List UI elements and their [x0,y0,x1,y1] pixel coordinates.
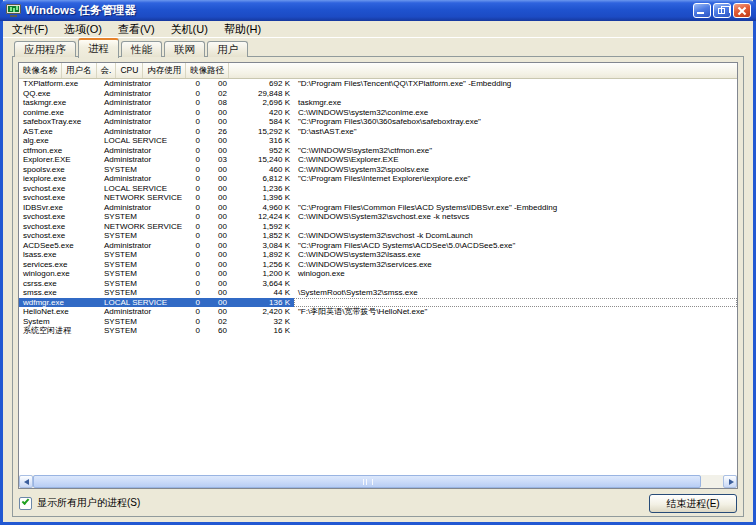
cell-user-name: Administrator [100,307,183,317]
cell-image-name: lsass.exe [19,250,100,260]
column-header[interactable]: 内存使用 [143,63,186,78]
cell-memory: 952 K [231,146,294,156]
menu-item[interactable]: 查看(V) [110,21,163,38]
cell-image-name: IDBSvr.exe [19,203,100,213]
cell-session-id: 0 [183,250,204,260]
cell-session-id: 0 [183,89,204,99]
cell-user-name: Administrator [100,203,183,213]
show-all-users-checkbox[interactable] [19,497,32,510]
menu-item[interactable]: 关机(U) [163,21,216,38]
table-row[interactable]: TXPlatform.exe Administrator 0 00 692 K … [19,79,737,89]
cell-memory: 420 K [231,108,294,118]
cell-image-name: ctfmon.exe [19,146,100,156]
table-row[interactable]: smss.exe SYSTEM 0 00 44 K \SystemRoot\Sy… [19,288,737,298]
cell-image-path: C:\WINDOWS\system32\conime.exe [294,108,737,118]
cell-image-name: svchost.exe [19,231,100,241]
cell-image-path: "C:\Program Files\Common Files\ACD Syste… [294,203,737,213]
table-row[interactable]: spoolsv.exe SYSTEM 0 00 460 K C:\WINDOWS… [19,165,737,175]
column-header[interactable]: 映像名称 [19,63,62,78]
table-row[interactable]: svchost.exe SYSTEM 0 00 1,852 K C:\WINDO… [19,231,737,241]
column-header[interactable]: 映像路径 [186,63,229,78]
column-header[interactable]: 会. [97,63,117,78]
table-row[interactable]: 系统空闲进程 SYSTEM 0 60 16 K [19,326,737,336]
table-row[interactable]: QQ.exe Administrator 0 02 29,848 K [19,89,737,99]
cell-image-path [294,326,737,336]
cell-image-name: Explorer.EXE [19,155,100,165]
column-header[interactable]: 用户名 [62,63,97,78]
cell-session-id: 0 [183,184,204,194]
cell-image-name: ACDSee5.exe [19,241,100,251]
menu-item[interactable]: 帮助(H) [216,21,269,38]
table-row[interactable]: winlogon.exe SYSTEM 0 00 1,200 K winlogo… [19,269,737,279]
table-row[interactable]: svchost.exe SYSTEM 0 00 12,424 K C:\WIND… [19,212,737,222]
cell-cpu: 00 [204,212,231,222]
table-row[interactable]: taskmgr.exe Administrator 0 08 2,696 K t… [19,98,737,108]
cell-session-id: 0 [183,317,204,327]
titlebar[interactable]: Windows 任务管理器 [0,0,756,21]
column-header[interactable]: CPU [116,63,143,78]
table-row[interactable]: ACDSee5.exe Administrator 0 00 3,084 K "… [19,241,737,251]
cell-memory: 2,696 K [231,98,294,108]
cell-image-name: TXPlatform.exe [19,79,100,89]
cell-user-name: Administrator [100,241,183,251]
cell-image-path: C:\WINDOWS\System32\svchost.exe -k netsv… [294,212,737,222]
menu-item[interactable]: 文件(F) [4,21,56,38]
restore-button[interactable] [713,3,731,18]
cell-cpu: 00 [204,203,231,213]
table-row[interactable]: svchost.exe LOCAL SERVICE 0 00 1,236 K [19,184,737,194]
table-row[interactable]: conime.exe Administrator 0 00 420 K C:\W… [19,108,737,118]
cell-session-id: 0 [183,307,204,317]
cell-image-name: alg.exe [19,136,100,146]
table-row[interactable]: svchost.exe NETWORK SERVICE 0 00 1,396 K [19,193,737,203]
cell-cpu: 08 [204,98,231,108]
scroll-left-button[interactable] [19,475,33,488]
table-row[interactable]: wdfmgr.exe LOCAL SERVICE 0 00 136 K [19,298,737,308]
cell-memory: 29,848 K [231,89,294,99]
table-row[interactable]: AST.exe Administrator 0 26 15,292 K "D:\… [19,127,737,137]
cell-image-path: C:\WINDOWS\system32\services.exe [294,260,737,270]
table-row[interactable]: svchost.exe NETWORK SERVICE 0 00 1,592 K [19,222,737,232]
close-button[interactable] [733,3,751,18]
tab[interactable]: 应用程序 [14,41,76,57]
table-row[interactable]: csrss.exe SYSTEM 0 00 3,664 K [19,279,737,289]
scrollbar-thumb[interactable] [33,475,701,488]
cell-session-id: 0 [183,108,204,118]
table-row[interactable]: ctfmon.exe Administrator 0 00 952 K "C:\… [19,146,737,156]
cell-image-path: "C:\Program Files\ACD Systems\ACDSee\5.0… [294,241,737,251]
menu-item[interactable]: 选项(O) [56,21,110,38]
cell-image-path: C:\WINDOWS\system32\spoolsv.exe [294,165,737,175]
horizontal-scrollbar[interactable] [19,475,737,488]
cell-memory: 460 K [231,165,294,175]
minimize-button[interactable] [693,3,711,18]
cell-cpu: 00 [204,193,231,203]
table-row[interactable]: lsass.exe SYSTEM 0 00 1,892 K C:\WINDOWS… [19,250,737,260]
table-row[interactable]: iexplore.exe Administrator 0 00 6,812 K … [19,174,737,184]
tab[interactable]: 性能 [121,41,162,57]
cell-user-name: SYSTEM [100,326,183,336]
tab[interactable]: 进程 [78,38,119,58]
cell-cpu: 00 [204,298,231,308]
cell-user-name: Administrator [100,155,183,165]
process-list-body: TXPlatform.exe Administrator 0 00 692 K … [19,79,737,475]
cell-image-path [294,317,737,327]
left-arrow-icon [24,479,29,485]
cell-image-path: "C:\Program Files\Internet Explorer\iexp… [294,174,737,184]
cell-session-id: 0 [183,155,204,165]
cell-image-name: 系统空闲进程 [19,326,100,336]
tab[interactable]: 联网 [164,41,205,57]
tab[interactable]: 用户 [207,41,248,57]
table-row[interactable]: IDBSvr.exe Administrator 0 00 4,960 K "C… [19,203,737,213]
table-row[interactable]: safeboxTray.exe Administrator 0 00 584 K… [19,117,737,127]
end-process-button[interactable]: 结束进程(E) [649,494,737,513]
table-row[interactable]: services.exe SYSTEM 0 00 1,256 K C:\WIND… [19,260,737,270]
cell-image-path: \SystemRoot\System32\smss.exe [294,288,737,298]
cell-image-name: safeboxTray.exe [19,117,100,127]
scroll-right-button[interactable] [723,475,737,488]
cell-cpu: 00 [204,146,231,156]
table-row[interactable]: HelloNet.exe Administrator 0 00 2,420 K … [19,307,737,317]
table-row[interactable]: alg.exe LOCAL SERVICE 0 00 316 K [19,136,737,146]
table-row[interactable]: Explorer.EXE Administrator 0 03 15,240 K… [19,155,737,165]
cell-memory: 316 K [231,136,294,146]
table-row[interactable]: System SYSTEM 0 02 32 K [19,317,737,327]
cell-session-id: 0 [183,117,204,127]
